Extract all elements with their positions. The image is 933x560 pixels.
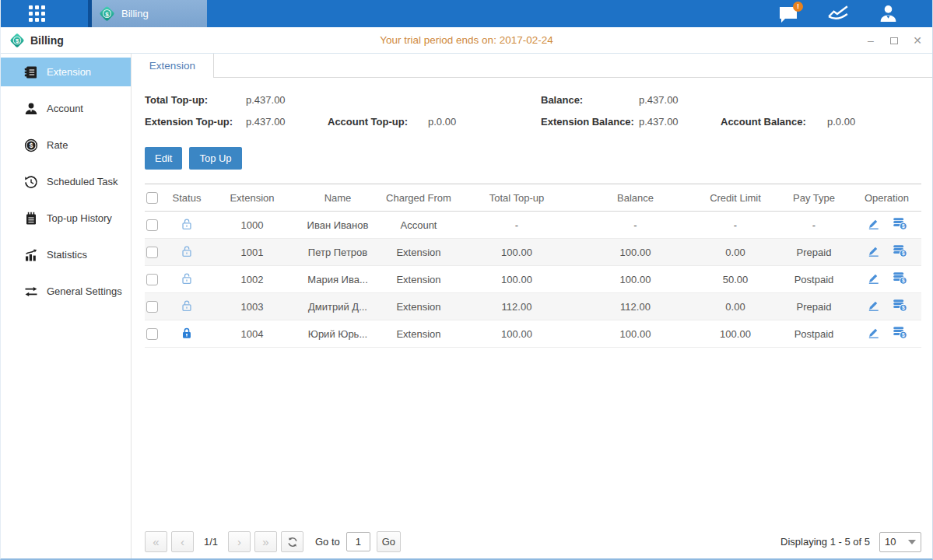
total-topup-label: Total Top-up: bbox=[145, 94, 246, 106]
account-balance-label: Account Balance: bbox=[721, 116, 827, 128]
balance-label: Balance: bbox=[541, 94, 639, 106]
cell-extension: 1004 bbox=[209, 320, 296, 348]
table-row-1000: 1000Иван ИвановAccount----$ bbox=[145, 212, 921, 239]
svg-text:$: $ bbox=[902, 305, 905, 311]
balance-value: p.437.00 bbox=[639, 94, 721, 106]
goto-page-input[interactable] bbox=[346, 532, 370, 551]
edit-pencil-icon[interactable] bbox=[867, 299, 880, 314]
lock-open-icon[interactable] bbox=[181, 218, 193, 233]
svg-text:$: $ bbox=[30, 142, 33, 149]
account-topup-label: Account Top-up: bbox=[328, 116, 428, 128]
user-icon[interactable] bbox=[876, 2, 900, 26]
main-content: Extension Total Top-up: p.437.00 Extensi… bbox=[132, 54, 932, 558]
window-title: Billing bbox=[30, 34, 64, 47]
edit-pencil-icon[interactable] bbox=[867, 244, 880, 260]
extension-topup-value: p.437.00 bbox=[246, 116, 328, 128]
column-header-charged-from: Charged From bbox=[380, 184, 458, 212]
edit-pencil-icon[interactable] bbox=[867, 271, 880, 287]
topup-coins-icon[interactable]: $ bbox=[893, 244, 907, 260]
app-grid-icon[interactable] bbox=[28, 5, 47, 23]
taskbar-tab-label: Billing bbox=[121, 8, 149, 19]
first-page-button[interactable]: « bbox=[145, 531, 167, 552]
lock-open-icon[interactable] bbox=[181, 245, 193, 260]
taskbar: $ Billing ! bbox=[1, 0, 932, 27]
row-checkbox[interactable] bbox=[146, 247, 158, 258]
sidebar-item-scheduled-task[interactable]: Scheduled Task bbox=[1, 167, 131, 196]
taskbar-tab-billing[interactable]: $ Billing bbox=[88, 0, 207, 27]
go-button[interactable]: Go bbox=[377, 531, 401, 552]
sidebar-item-label: Top-up History bbox=[47, 212, 112, 224]
edit-pencil-icon[interactable] bbox=[867, 326, 880, 341]
maximize-icon[interactable] bbox=[889, 35, 900, 46]
row-checkbox[interactable] bbox=[146, 219, 158, 231]
column-header-operation: Operation bbox=[852, 184, 921, 212]
cell-name: Дмитрий Д... bbox=[296, 293, 380, 320]
column-header-credit-limit: Credit Limit bbox=[695, 184, 776, 212]
sidebar-item-extension[interactable]: Extension bbox=[1, 58, 131, 86]
next-page-button[interactable]: › bbox=[228, 531, 251, 552]
select-all-checkbox[interactable] bbox=[146, 192, 158, 204]
page-size-select[interactable]: 10 bbox=[879, 532, 921, 552]
cell-pay-type: Postpaid bbox=[776, 266, 852, 293]
total-topup-value: p.437.00 bbox=[246, 94, 328, 106]
row-checkbox[interactable] bbox=[146, 274, 158, 285]
minimize-icon[interactable]: – bbox=[865, 35, 876, 46]
cell-charged-from: Extension bbox=[380, 239, 458, 266]
account-topup-value: p.0.00 bbox=[428, 116, 541, 128]
cell-credit-limit: 0.00 bbox=[695, 239, 776, 266]
cell-extension: 1001 bbox=[209, 239, 296, 266]
notification-badge: ! bbox=[793, 2, 803, 12]
pagination-bar: « ‹ 1/1 › » Go to Go bbox=[145, 531, 921, 552]
sidebar-item-label: Extension bbox=[47, 66, 91, 78]
row-checkbox[interactable] bbox=[146, 328, 158, 340]
page-indicator: 1/1 bbox=[198, 536, 224, 548]
topup-coins-icon[interactable]: $ bbox=[893, 217, 907, 233]
svg-text:$: $ bbox=[105, 11, 109, 18]
cell-total-topup: 100.00 bbox=[458, 320, 576, 348]
billing-diamond-icon: $ bbox=[9, 32, 26, 49]
cell-pay-type: Prepaid bbox=[776, 293, 852, 320]
refresh-button[interactable] bbox=[281, 531, 303, 552]
sidebar-item-statistics[interactable]: Statistics bbox=[1, 240, 131, 269]
sidebar-item-top-up-history[interactable]: Top-up History bbox=[1, 204, 131, 233]
lock-open-icon[interactable] bbox=[181, 272, 193, 287]
table-header-row: StatusExtensionNameCharged FromTotal Top… bbox=[145, 184, 921, 212]
close-icon[interactable]: ✕ bbox=[912, 35, 923, 46]
topup-coins-icon[interactable]: $ bbox=[893, 271, 907, 287]
lock-closed-icon[interactable] bbox=[181, 327, 193, 341]
row-checkbox[interactable] bbox=[146, 301, 158, 313]
billing-diamond-icon: $ bbox=[98, 5, 116, 23]
column-header-name: Name bbox=[296, 184, 380, 212]
column-header-extension: Extension bbox=[209, 184, 296, 212]
balance-summary: Total Top-up: p.437.00 Extension Top-up:… bbox=[145, 94, 921, 128]
edit-pencil-icon[interactable] bbox=[867, 217, 880, 233]
tab-extension[interactable]: Extension bbox=[132, 54, 214, 78]
person-icon bbox=[24, 102, 38, 116]
sidebar-item-account[interactable]: Account bbox=[1, 94, 131, 123]
prev-page-button[interactable]: ‹ bbox=[171, 531, 194, 552]
sidebar-item-rate[interactable]: $Rate bbox=[1, 131, 131, 159]
account-balance-value: p.0.00 bbox=[827, 116, 921, 128]
messages-icon[interactable]: ! bbox=[777, 2, 800, 26]
window-titlebar: $ Billing Your trial period ends on: 201… bbox=[1, 27, 932, 54]
cell-total-topup: - bbox=[458, 212, 576, 239]
tab-strip: Extension bbox=[132, 54, 932, 78]
sidebar: ExtensionAccount$RateScheduled TaskTop-u… bbox=[1, 54, 132, 558]
cell-charged-from: Extension bbox=[380, 266, 458, 293]
lock-open-icon[interactable] bbox=[181, 299, 193, 314]
topup-coins-icon[interactable]: $ bbox=[893, 299, 907, 314]
edit-button[interactable]: Edit bbox=[145, 147, 182, 170]
top-up-button[interactable]: Top Up bbox=[189, 147, 241, 170]
last-page-button[interactable]: » bbox=[254, 531, 277, 552]
displaying-text: Displaying 1 - 5 of 5 bbox=[780, 536, 870, 548]
cell-name: Юрий Юрь... bbox=[296, 320, 380, 348]
topup-coins-icon[interactable]: $ bbox=[893, 326, 907, 341]
cell-name: Мария Ива... bbox=[296, 266, 380, 293]
cell-extension: 1003 bbox=[209, 293, 296, 320]
table-row-1004: 1004Юрий Юрь...Extension100.00100.00100.… bbox=[145, 320, 921, 348]
extension-table: StatusExtensionNameCharged FromTotal Top… bbox=[145, 184, 921, 348]
line-chart-icon[interactable] bbox=[826, 2, 850, 26]
sidebar-item-label: Rate bbox=[47, 139, 68, 151]
cell-total-topup: 112.00 bbox=[458, 293, 576, 320]
sidebar-item-general-settings[interactable]: General Settings bbox=[1, 277, 131, 306]
